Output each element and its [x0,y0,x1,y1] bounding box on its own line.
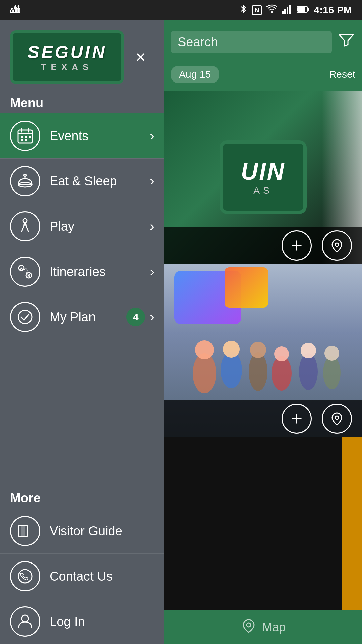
main-layout: SEGUIN TEXAS × Menu [0,20,362,644]
visitor-guide-label: Visitor Guide [50,524,154,538]
sidebar-item-visitor-guide[interactable]: Visitor Guide [0,508,164,553]
svg-point-51 [324,346,339,361]
play-label: Play [50,219,150,234]
search-input-container[interactable]: Search [171,31,332,53]
itineraries-chevron: › [150,265,154,279]
battery-icon [297,5,309,15]
svg-rect-15 [25,139,27,141]
filter-icon[interactable] [337,31,355,53]
sidebar-item-play[interactable]: Play › [0,204,164,249]
svg-rect-14 [21,139,23,141]
reset-button[interactable]: Reset [329,69,355,80]
time-display: 4:16 PM [314,4,352,16]
wifi-icon [266,4,277,16]
my-plan-badge: 4 [126,308,145,326]
book-icon [10,516,40,546]
card-3-bg [164,437,362,610]
bluetooth-icon [239,4,247,16]
sidebar-spacer [0,339,164,479]
event-card-3 [164,437,362,610]
add-to-plan-button-1[interactable] [282,230,312,261]
bounce-castle-orange [225,267,268,308]
svg-point-47 [274,346,289,361]
calendar-icon [10,121,40,151]
svg-point-0 [271,11,273,13]
search-text: Search [178,35,218,49]
add-to-plan-button-2[interactable] [282,404,312,434]
search-bar: Search [164,20,362,64]
svg-rect-7 [297,7,305,12]
svg-text:A: A [20,266,23,271]
svg-text:B: B [27,273,31,278]
play-chevron: › [150,219,154,234]
svg-rect-27 [19,525,24,537]
signal-icon [282,4,292,16]
svg-point-39 [335,243,339,246]
sidebar-item-eat-sleep[interactable]: Eat & Sleep › [0,158,164,204]
status-right: N [239,4,352,16]
svg-rect-12 [21,136,23,138]
phone-icon [10,561,40,591]
svg-point-44 [249,352,267,391]
svg-point-48 [299,353,318,390]
svg-point-43 [223,341,240,358]
person-icon [10,606,40,637]
svg-rect-4 [289,5,291,14]
right-panel: Search Aug 15 Reset UIN AS [164,20,362,644]
svg-rect-3 [287,7,288,14]
more-section-label: More [0,486,164,508]
svg-rect-13 [25,136,27,138]
map-bar[interactable]: Map [164,610,362,644]
svg-point-50 [323,356,341,389]
svg-rect-28 [22,525,27,537]
close-button[interactable]: × [127,44,154,70]
logo-small-text: AS [253,185,273,196]
svg-rect-2 [284,9,286,14]
svg-point-26 [18,310,32,324]
sidebar-item-my-plan[interactable]: My Plan 4 › [0,294,164,339]
sidebar-item-contact-us[interactable]: Contact Us [0,553,164,599]
menu-section-label: Menu [0,91,164,113]
event-card-1: UIN AS [164,91,362,264]
date-filter-bar: Aug 15 Reset [164,64,362,91]
sidebar-item-log-in[interactable]: Log In [0,599,164,644]
date-pill[interactable]: Aug 15 [171,66,219,83]
event-card-2 [164,264,362,437]
svg-rect-1 [282,11,284,14]
map-bar-icon [241,618,257,637]
svg-point-41 [195,340,214,359]
content-area: UIN AS [164,91,362,610]
events-label: Events [50,129,150,143]
itineraries-label: Itineraries [50,265,150,279]
svg-point-55 [247,623,251,627]
svg-point-54 [335,416,339,419]
svg-point-21 [23,219,27,223]
nfc-icon: N [252,5,261,15]
log-in-label: Log In [50,614,154,629]
walk-icon [10,211,40,241]
svg-point-36 [22,615,28,622]
svg-rect-6 [307,8,309,11]
logo-big-text: UIN [241,158,286,185]
card-1-action-bar [164,227,362,264]
crowd-people-svg [164,313,362,400]
sidebar-item-events[interactable]: Events › [0,113,164,158]
seguin-logo-large: UIN AS [220,140,307,214]
svg-point-49 [301,343,316,358]
map-pin-button-2[interactable] [322,404,352,434]
svg-point-45 [250,342,266,358]
my-plan-chevron: › [150,310,154,324]
map-pin-button-1[interactable] [322,230,352,261]
sidebar-item-itineraries[interactable]: A B Itineraries › [0,249,164,294]
svg-point-35 [18,570,32,583]
card-2-action-bar [164,400,362,437]
status-left: 🏙 [10,4,20,16]
sidebar: SEGUIN TEXAS × Menu [0,20,164,644]
logo-inner: SEGUIN TEXAS [27,42,106,72]
eat-sleep-chevron: › [150,174,154,189]
eat-sleep-label: Eat & Sleep [50,174,150,189]
events-chevron: › [150,129,154,143]
map-bar-label: Map [262,620,286,634]
app-icon: 🏙 [10,4,20,16]
logo-line2: TEXAS [41,62,94,72]
